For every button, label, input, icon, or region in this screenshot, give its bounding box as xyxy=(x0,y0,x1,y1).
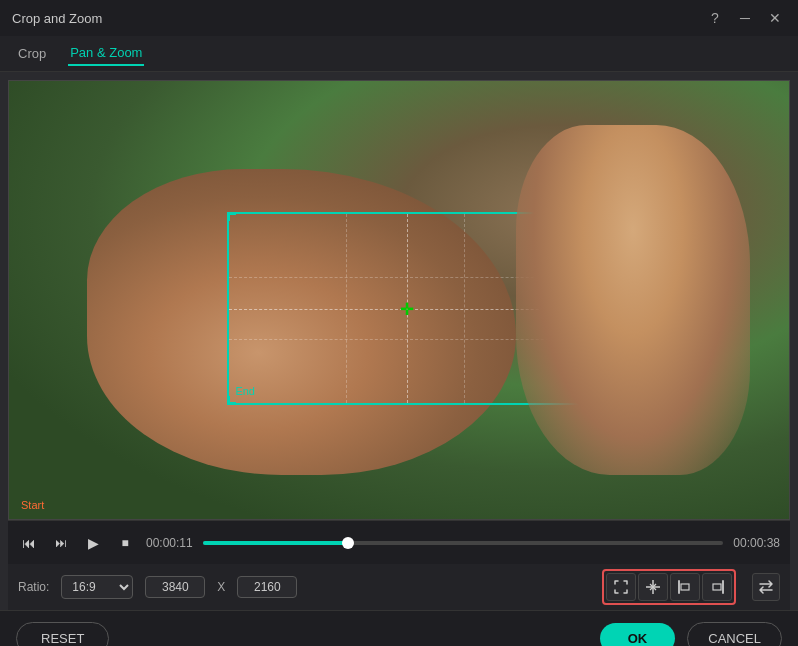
crop-end-label: End xyxy=(235,385,255,397)
fit-button[interactable] xyxy=(606,573,636,601)
close-button[interactable]: ✕ xyxy=(764,7,786,29)
step-back-button[interactable]: ⏭ xyxy=(50,532,72,554)
align-right-button[interactable] xyxy=(702,573,732,601)
time-total: 00:00:38 xyxy=(733,536,780,550)
prev-frame-button[interactable]: ⏮ xyxy=(18,532,40,554)
video-start-label: Start xyxy=(21,499,44,511)
time-current: 00:00:11 xyxy=(146,536,193,550)
ratio-select[interactable]: 16:9 4:3 1:1 9:16 Custom xyxy=(61,575,133,599)
cancel-button[interactable]: CANCEL xyxy=(687,622,782,646)
window-controls: ? ─ ✕ xyxy=(704,7,786,29)
titlebar: Crop and Zoom ? ─ ✕ xyxy=(0,0,798,36)
transform-button-group xyxy=(602,569,736,605)
width-input[interactable] xyxy=(145,576,205,598)
progress-fill xyxy=(203,541,349,545)
playback-bar: ⏮ ⏭ ▶ ■ 00:00:11 00:00:38 xyxy=(8,520,790,564)
svg-rect-5 xyxy=(681,584,689,590)
center-button[interactable] xyxy=(638,573,668,601)
tab-pan-zoom[interactable]: Pan & Zoom xyxy=(68,41,144,66)
handle-bottom-left[interactable] xyxy=(228,396,236,404)
handle-top-left[interactable] xyxy=(228,213,236,221)
minimize-button[interactable]: ─ xyxy=(734,7,756,29)
controls-row: Ratio: 16:9 4:3 1:1 9:16 Custom X xyxy=(8,564,790,610)
height-input[interactable] xyxy=(237,576,297,598)
svg-rect-7 xyxy=(713,584,721,590)
stop-button[interactable]: ■ xyxy=(114,532,136,554)
play-button[interactable]: ▶ xyxy=(82,532,104,554)
progress-track[interactable] xyxy=(203,541,724,545)
align-left-button[interactable] xyxy=(670,573,700,601)
help-button[interactable]: ? xyxy=(704,7,726,29)
progress-thumb[interactable] xyxy=(342,537,354,549)
resolution-separator: X xyxy=(217,580,225,594)
ok-button[interactable]: OK xyxy=(600,623,676,646)
crop-center-icon: ✛ xyxy=(400,299,413,318)
swap-button[interactable] xyxy=(752,573,780,601)
reset-button[interactable]: RESET xyxy=(16,622,109,646)
handle-top-right[interactable] xyxy=(577,213,585,221)
handle-bottom-right[interactable] xyxy=(577,396,585,404)
video-canvas: ✛ End xyxy=(9,81,789,519)
crop-box[interactable]: ✛ End xyxy=(227,212,586,405)
crop-box-inner: ✛ End xyxy=(229,214,584,403)
video-preview: ✛ End Start xyxy=(8,80,790,520)
ratio-label: Ratio: xyxy=(18,580,49,594)
tab-bar: Crop Pan & Zoom xyxy=(0,36,798,72)
action-bar: RESET OK CANCEL xyxy=(0,610,798,646)
tab-crop[interactable]: Crop xyxy=(16,42,48,65)
window-title: Crop and Zoom xyxy=(12,11,102,26)
